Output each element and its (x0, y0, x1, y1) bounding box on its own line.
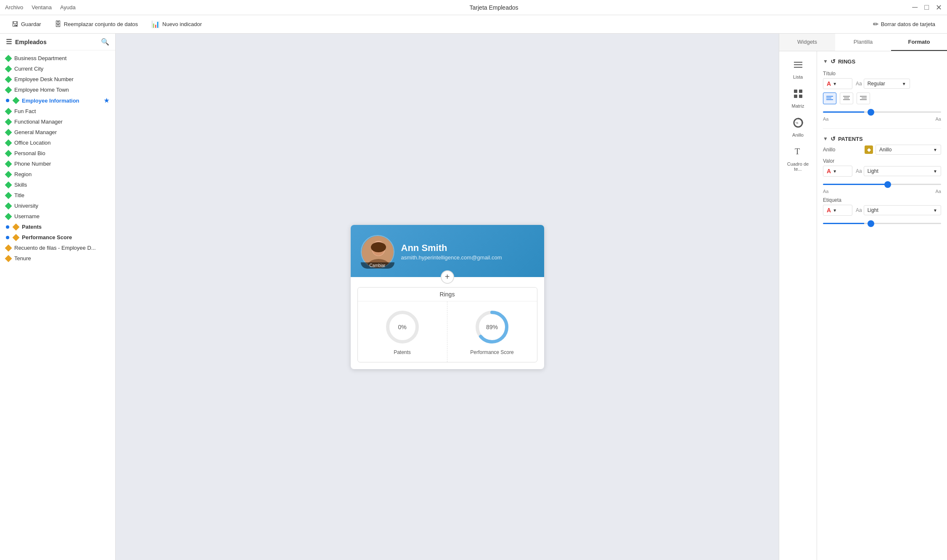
sidebar-item-employee-information[interactable]: Employee Information ★ (0, 95, 115, 106)
replace-icon: 🗄 (55, 21, 61, 28)
sidebar-item-functional-manager[interactable]: Functional Manager (0, 116, 115, 127)
rings-section-header[interactable]: ▼ ↺ RINGS (823, 55, 941, 67)
font-size-slider-container (823, 108, 941, 114)
menu-ayuda[interactable]: Ayuda (60, 4, 76, 11)
new-indicator-label: Nuevo indicador (162, 21, 202, 27)
ring-cell-patents: 0% Patents (358, 301, 447, 362)
anillo-select[interactable]: Anillo ▼ (876, 145, 941, 155)
diamond-icon (5, 213, 12, 220)
sidebar-item-tenure[interactable]: Tenure (0, 253, 115, 264)
menu-ventana[interactable]: Ventana (32, 4, 52, 11)
diamond-icon (5, 202, 12, 209)
sidebar-item-employee-home-town[interactable]: Employee Home Town (0, 85, 115, 95)
sidebar-item-employee-desk-number[interactable]: Employee Desk Number (0, 74, 115, 85)
align-left-btn[interactable] (823, 92, 836, 104)
tab-formato[interactable]: Formato (891, 34, 947, 51)
sidebar-item-recuento[interactable]: Recuento de filas - Employee D... (0, 243, 115, 253)
lista-icon (792, 59, 804, 73)
window-title: Tarjeta Empleados (470, 4, 518, 11)
etiqueta-label: Etiqueta (823, 197, 941, 203)
titulo-label: Título (823, 71, 941, 77)
refresh-icon: ↺ (831, 58, 836, 65)
sidebar-title: ☰ Empleados (6, 38, 47, 46)
add-button[interactable]: + (441, 270, 454, 284)
align-center-btn[interactable] (840, 92, 853, 104)
sidebar-item-region[interactable]: Region (0, 169, 115, 180)
clear-label: Borrar datos de tarjeta (881, 21, 935, 27)
close-btn[interactable]: ✕ (936, 3, 942, 12)
save-label: Guardar (21, 21, 41, 27)
textbox-icon: T (792, 146, 804, 160)
sidebar-item-skills[interactable]: Skills (0, 180, 115, 190)
minimize-btn[interactable]: ─ (912, 3, 918, 12)
valor-font-row: A ▼ Aa Light ▼ (823, 166, 941, 177)
new-indicator-button[interactable]: 📊 Nuevo indicador (146, 18, 207, 31)
valor-style-select[interactable]: Light ▼ (864, 166, 941, 176)
widget-textbox[interactable]: T Cuadro de te... (781, 143, 815, 175)
sidebar-item-fun-fact[interactable]: Fun Fact (0, 106, 115, 116)
sidebar-item-university[interactable]: University (0, 201, 115, 211)
widget-anillo[interactable]: % Anillo (781, 114, 815, 141)
sidebar-search-icon[interactable]: 🔍 (101, 38, 109, 46)
diamond-icon (5, 171, 12, 178)
sidebar-item-phone-number[interactable]: Phone Number (0, 158, 115, 169)
menu-archivo[interactable]: Archivo (5, 4, 23, 11)
font-style-select[interactable]: Regular ▼ (864, 79, 910, 89)
valor-size-slider[interactable] (823, 184, 941, 185)
replace-dataset-button[interactable]: 🗄 Reemplazar conjunto de datos (50, 18, 143, 31)
maximize-btn[interactable]: □ (924, 3, 929, 12)
widgets-column: Lista Matriz (779, 51, 817, 560)
sidebar-item-office-location[interactable]: Office Location (0, 137, 115, 148)
font-size-max: Aa (936, 189, 941, 194)
font-style-row: Aa Regular ▼ (856, 79, 910, 89)
color-picker-icon[interactable]: ◆ (865, 145, 873, 154)
widget-matriz[interactable]: Matriz (781, 85, 815, 112)
save-button[interactable]: 🖫 Guardar (7, 18, 46, 31)
blue-dot (6, 236, 9, 239)
sidebar-item-current-city[interactable]: Current City (0, 63, 115, 74)
font-size-slider[interactable] (823, 111, 941, 113)
star-icon: ★ (104, 97, 109, 104)
chevron-down-icon: ▼ (933, 208, 937, 213)
cambiar-label[interactable]: Cambiar (361, 262, 394, 269)
diamond-icon (5, 108, 12, 115)
sidebar-item-personal-bio[interactable]: Personal Bio (0, 148, 115, 158)
anillo-controls: ◆ Anillo ▼ (865, 145, 941, 155)
font-size-aa: Aa (856, 168, 862, 174)
font-color-icon: A (827, 168, 831, 174)
widget-lista[interactable]: Lista (781, 55, 815, 83)
etiqueta-size-slider[interactable] (823, 223, 941, 224)
sidebar-item-general-manager[interactable]: General Manager (0, 127, 115, 137)
svg-rect-14 (799, 95, 802, 98)
sidebar-item-title[interactable]: Title (0, 190, 115, 201)
sidebar-list: Business Department Current City Employe… (0, 50, 115, 560)
sidebar-item-business-department[interactable]: Business Department (0, 53, 115, 63)
font-color-select[interactable]: A ▼ (823, 78, 852, 89)
sidebar-item-label: Tenure (14, 255, 31, 262)
svg-rect-12 (799, 90, 802, 93)
section-divider (823, 128, 941, 129)
rings-grid: 0% Patents 89% (358, 301, 537, 362)
patents-section-header[interactable]: ▼ ↺ PATENTS (823, 133, 941, 145)
tab-widgets[interactable]: Widgets (779, 34, 835, 51)
valor-font-color-select[interactable]: A ▼ (823, 166, 852, 177)
svg-point-4 (371, 242, 386, 252)
tab-plantilla[interactable]: Plantilla (835, 34, 891, 51)
employee-card: Cambiar Ann Smith asmith.hyperintelligen… (351, 225, 544, 369)
diamond-icon (13, 97, 20, 104)
textbox-label: Cuadro de te... (785, 161, 812, 172)
diamond-icon (13, 223, 20, 230)
patents-format-section: ▼ ↺ PATENTS Anillo ◆ Anillo (823, 133, 941, 225)
sidebar-header: ☰ Empleados 🔍 (0, 34, 115, 50)
etiqueta-style-select[interactable]: Light ▼ (864, 205, 941, 215)
ring-value-patents: 0% (398, 324, 406, 330)
align-right-btn[interactable] (857, 92, 870, 104)
diamond-icon (5, 118, 12, 125)
indicator-icon: 📊 (151, 20, 160, 28)
sidebar-item-performance-score[interactable]: Performance Score (0, 232, 115, 243)
sidebar-item-username[interactable]: Username (0, 211, 115, 222)
sidebar-item-patents[interactable]: Patents (0, 222, 115, 232)
clear-card-button[interactable]: ✏ Borrar datos de tarjeta (868, 18, 940, 31)
etiqueta-style-row: Aa Light ▼ (856, 205, 941, 215)
etiqueta-font-color-select[interactable]: A ▼ (823, 205, 852, 216)
